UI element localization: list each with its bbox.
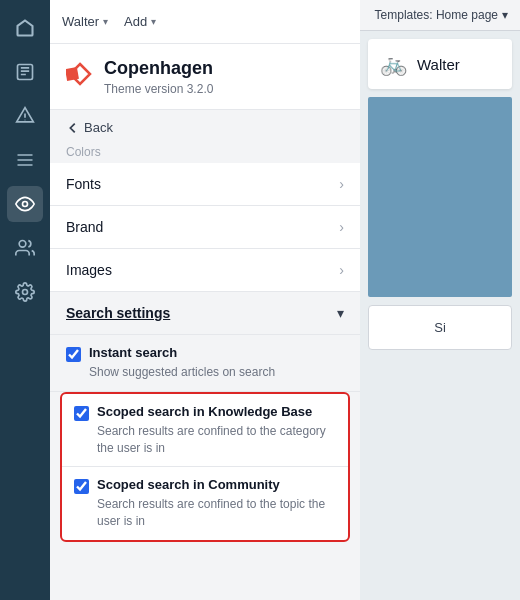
user-label: Walter <box>62 14 99 29</box>
nav-item-images[interactable]: Images › <box>50 249 360 292</box>
nav-item-fonts[interactable]: Fonts › <box>50 163 360 206</box>
svg-point-2 <box>19 241 26 248</box>
main-area: Walter ▾ Add ▾ Copenhagen Theme version … <box>50 0 520 600</box>
back-chevron-icon <box>66 121 80 135</box>
scoped-community-item: Scoped search in Community Search result… <box>62 467 348 540</box>
scoped-kb-item: Scoped search in Knowledge Base Search r… <box>62 394 348 468</box>
instant-search-desc: Show suggested articles on search <box>66 364 344 381</box>
sidebar-icon-menu[interactable] <box>7 142 43 178</box>
add-label: Add <box>124 14 147 29</box>
scoped-kb-label: Scoped search in Knowledge Base <box>97 404 312 419</box>
back-label: Back <box>84 120 113 135</box>
nav-item-brand-label: Brand <box>66 219 103 235</box>
highlighted-box: Scoped search in Knowledge Base Search r… <box>60 392 350 542</box>
search-settings-chevron: ▾ <box>337 305 344 321</box>
sidebar-icon-book[interactable] <box>7 54 43 90</box>
nav-item-images-chevron: › <box>339 262 344 278</box>
templates-label-text: Templates: Home page <box>375 8 498 22</box>
add-menu[interactable]: Add ▾ <box>124 14 156 29</box>
user-menu[interactable]: Walter ▾ <box>62 14 108 29</box>
hero-image-block <box>368 97 512 297</box>
add-chevron: ▾ <box>151 16 156 27</box>
sidebar <box>0 0 50 600</box>
theme-logo-icon <box>66 60 94 88</box>
hidden-section-label: Colors <box>50 141 360 163</box>
preview-user-name: Walter <box>417 56 460 73</box>
theme-name: Copenhagen <box>104 58 213 79</box>
templates-dropdown[interactable]: Templates: Home page ▾ <box>375 8 508 22</box>
templates-chevron: ▾ <box>502 8 508 22</box>
sidebar-icon-users[interactable] <box>7 230 43 266</box>
templates-bar: Templates: Home page ▾ <box>360 0 520 31</box>
right-panel: Templates: Home page ▾ 🚲 Walter Si <box>360 0 520 600</box>
search-settings-label: Search settings <box>66 305 170 321</box>
theme-version: Theme version 3.2.0 <box>104 82 213 96</box>
sidebar-icon-alert[interactable] <box>7 98 43 134</box>
nav-item-brand[interactable]: Brand › <box>50 206 360 249</box>
bike-icon: 🚲 <box>380 51 407 77</box>
svg-rect-4 <box>66 67 79 81</box>
nav-item-fonts-label: Fonts <box>66 176 101 192</box>
sidebar-icon-eye[interactable] <box>7 186 43 222</box>
instant-search-label: Instant search <box>89 345 177 360</box>
instant-search-item: Instant search Show suggested articles o… <box>50 335 360 392</box>
scoped-community-label: Scoped search in Community <box>97 477 280 492</box>
nav-item-images-label: Images <box>66 262 112 278</box>
nav-item-brand-chevron: › <box>339 219 344 235</box>
top-bar: Walter ▾ Add ▾ <box>50 0 360 44</box>
svg-point-1 <box>23 202 28 207</box>
signin-box: Si <box>368 305 512 350</box>
user-chevron: ▾ <box>103 16 108 27</box>
scoped-kb-checkbox[interactable] <box>74 406 89 421</box>
scoped-community-desc: Search results are confined to the topic… <box>74 496 336 530</box>
theme-info: Copenhagen Theme version 3.2.0 <box>104 58 213 97</box>
left-panel: Walter ▾ Add ▾ Copenhagen Theme version … <box>50 0 360 600</box>
preview-user-card: 🚲 Walter <box>368 39 512 89</box>
sidebar-icon-settings[interactable] <box>7 274 43 310</box>
scoped-community-checkbox[interactable] <box>74 479 89 494</box>
svg-point-3 <box>23 290 28 295</box>
instant-search-checkbox[interactable] <box>66 347 81 362</box>
sidebar-icon-home[interactable] <box>7 10 43 46</box>
scoped-kb-desc: Search results are confined to the categ… <box>74 423 336 457</box>
nav-item-fonts-chevron: › <box>339 176 344 192</box>
search-settings-header[interactable]: Search settings ▾ <box>50 292 360 335</box>
back-link[interactable]: Back <box>50 110 360 141</box>
signin-text: Si <box>434 320 446 335</box>
theme-header: Copenhagen Theme version 3.2.0 <box>50 44 360 110</box>
